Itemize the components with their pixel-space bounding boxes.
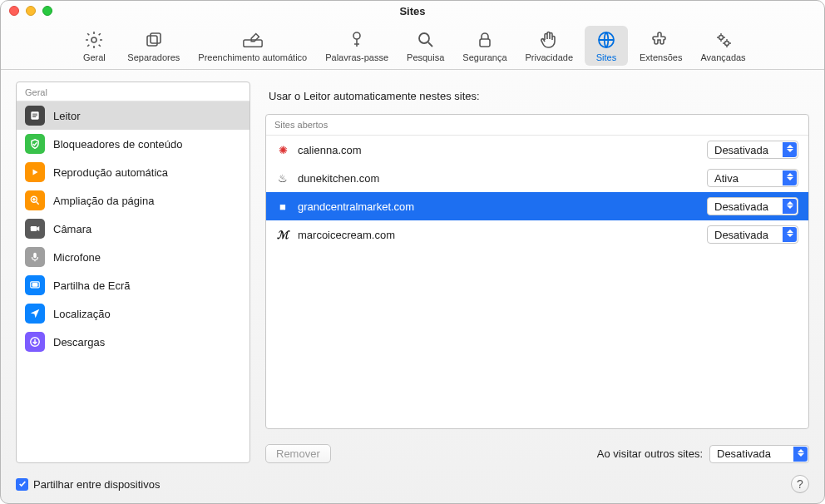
sidebar-item-microphone[interactable]: Microfone	[17, 243, 249, 271]
puzzle-icon	[650, 29, 672, 51]
chevron-updown-icon	[798, 449, 805, 459]
camera-icon	[25, 219, 45, 239]
tab-label: Extensões	[640, 52, 682, 62]
sidebar-item-label: Reprodução automática	[53, 166, 168, 179]
site-setting-select[interactable]: Desativada	[707, 141, 798, 159]
svg-point-5	[419, 33, 429, 43]
svg-rect-2	[151, 33, 161, 43]
sites-table: Sites abertos ✺ calienna.com Desativada …	[265, 114, 809, 429]
pane-heading: Usar o Leitor automaticamente nestes sit…	[265, 82, 809, 106]
play-icon	[25, 162, 45, 182]
site-domain: grandcentralmarket.com	[298, 200, 699, 213]
sidebar-item-label: Descargas	[53, 336, 105, 348]
screen-share-icon	[25, 275, 45, 295]
globe-icon	[595, 29, 617, 51]
other-sites-select[interactable]: Desativada	[709, 445, 809, 463]
chevron-updown-icon	[787, 201, 794, 211]
other-sites-label: Ao visitar outros sites:	[597, 447, 703, 460]
sidebar-item-label: Partilha de Ecrã	[53, 279, 131, 292]
remove-button[interactable]: Remover	[265, 444, 331, 463]
svg-point-4	[353, 32, 360, 39]
tab-label: Geral	[83, 52, 106, 62]
sidebar-item-reader[interactable]: Leitor	[17, 101, 249, 130]
sidebar-item-label: Câmara	[53, 223, 91, 235]
settings-sidebar: Geral Leitor Bloqueadores de conteúdo Re…	[16, 82, 250, 463]
sidebar-item-page-zoom[interactable]: Ampliação da página	[17, 186, 249, 215]
svg-point-8	[719, 36, 723, 40]
hand-icon	[538, 29, 560, 51]
sidebar-item-label: Localização	[53, 308, 111, 320]
help-icon: ?	[797, 477, 803, 491]
svg-point-9	[724, 42, 729, 46]
lock-icon	[474, 29, 496, 51]
site-setting-select[interactable]: Desativada	[707, 197, 798, 215]
sidebar-list: Leitor Bloqueadores de conteúdo Reproduç…	[17, 101, 249, 462]
tab-websites[interactable]: Sites	[585, 26, 628, 66]
chevron-updown-icon	[787, 145, 794, 155]
site-row[interactable]: ℳ marcoicecream.com Desativada	[266, 220, 808, 249]
help-button[interactable]: ?	[791, 475, 809, 493]
sidebar-item-location[interactable]: Localização	[17, 299, 249, 328]
window-footer: Partilhar entre dispositivos ?	[1, 472, 824, 503]
key-icon	[346, 29, 368, 51]
sidebar-item-content-blockers[interactable]: Bloqueadores de conteúdo	[17, 130, 249, 158]
tab-label: Segurança	[462, 52, 506, 62]
chevron-updown-icon	[787, 230, 794, 240]
share-across-devices-checkbox[interactable]: Partilhar entre dispositivos	[16, 478, 160, 491]
sidebar-item-label: Ampliação da página	[53, 195, 154, 207]
favicon: ✺	[276, 143, 289, 156]
site-row[interactable]: ■ grandcentralmarket.com Desativada	[266, 192, 808, 220]
sidebar-item-downloads[interactable]: Descargas	[17, 328, 249, 356]
svg-rect-11	[32, 114, 37, 115]
sidebar-section-header: Geral	[17, 82, 249, 101]
svg-rect-16	[33, 253, 37, 258]
site-setting-select[interactable]: Desativada	[707, 225, 798, 244]
tab-general[interactable]: Geral	[72, 26, 116, 66]
tab-label: Palavras-passe	[325, 52, 388, 62]
tabs-icon	[143, 29, 165, 51]
sidebar-item-label: Leitor	[53, 110, 81, 122]
zoom-icon	[25, 190, 45, 210]
pencil-box-icon	[242, 29, 264, 51]
svg-rect-15	[31, 226, 37, 231]
download-icon	[25, 332, 45, 352]
sidebar-item-camera[interactable]: Câmara	[17, 215, 249, 243]
tab-extensions[interactable]: Extensões	[633, 26, 689, 66]
tab-autofill[interactable]: Preenchimento automático	[191, 26, 314, 66]
svg-rect-18	[32, 284, 37, 287]
table-rows: ✺ calienna.com Desativada ♨ dunekitchen.…	[266, 136, 808, 428]
reader-icon	[25, 106, 45, 126]
site-row[interactable]: ♨ dunekitchen.com Ativa	[266, 164, 808, 192]
favicon: ℳ	[276, 228, 289, 241]
favicon: ■	[276, 200, 289, 213]
preferences-toolbar: Geral Separadores Preenchimento automáti…	[1, 21, 824, 70]
gear-icon	[83, 29, 105, 51]
checkbox-label: Partilhar entre dispositivos	[33, 478, 160, 491]
tab-label: Separadores	[127, 52, 180, 62]
svg-rect-1	[147, 36, 157, 46]
tab-privacy[interactable]: Privacidade	[519, 26, 580, 66]
shield-check-icon	[25, 134, 45, 154]
tab-advanced[interactable]: Avançadas	[694, 26, 752, 66]
site-row[interactable]: ✺ calienna.com Desativada	[266, 136, 808, 164]
tab-tabs[interactable]: Separadores	[121, 26, 186, 66]
tab-passwords[interactable]: Palavras-passe	[319, 26, 395, 66]
table-section-header: Sites abertos	[266, 115, 808, 136]
site-setting-select[interactable]: Ativa	[707, 169, 798, 187]
location-icon	[25, 304, 45, 324]
svg-rect-13	[32, 116, 36, 117]
tab-label: Pesquisa	[407, 52, 444, 62]
svg-rect-6	[480, 39, 490, 47]
gears-icon	[713, 29, 734, 51]
table-footer: Remover Ao visitar outros sites: Desativ…	[265, 437, 809, 463]
microphone-icon	[25, 247, 45, 267]
tab-label: Sites	[596, 52, 616, 62]
tab-security[interactable]: Segurança	[456, 26, 513, 66]
sidebar-item-autoplay[interactable]: Reprodução automática	[17, 158, 249, 186]
sidebar-item-label: Bloqueadores de conteúdo	[53, 138, 182, 151]
tab-label: Preenchimento automático	[198, 52, 307, 62]
tab-search[interactable]: Pesquisa	[400, 26, 451, 66]
sidebar-item-screen-sharing[interactable]: Partilha de Ecrã	[17, 271, 249, 299]
site-domain: marcoicecream.com	[298, 229, 699, 241]
checkbox-checked-icon	[16, 478, 28, 491]
